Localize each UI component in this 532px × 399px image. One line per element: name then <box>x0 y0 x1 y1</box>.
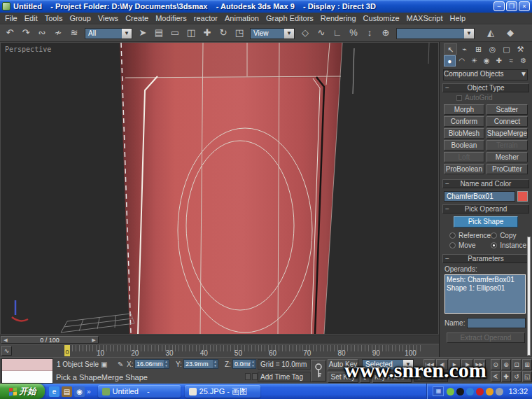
select-by-name-icon[interactable]: ▤ <box>151 26 167 41</box>
operands-listbox[interactable]: Mesh: ChamferBox01Shape 1: Ellipse01 <box>444 274 526 314</box>
field-of-view-icon[interactable]: ∢ <box>491 371 500 382</box>
maxscript-mini-listener[interactable] <box>1 358 53 384</box>
viewport-label[interactable]: Perspective <box>5 46 51 53</box>
start-button[interactable]: 开始 <box>0 384 45 399</box>
menu-item[interactable]: Create <box>122 14 152 22</box>
operand-item[interactable]: Shape 1: Ellipse01 <box>447 284 524 293</box>
selection-filter-dropdown[interactable]: All ▼ <box>85 28 132 39</box>
macro-recorder-pane[interactable] <box>2 359 52 371</box>
undo-icon[interactable]: ↶ <box>2 26 18 41</box>
add-time-tag[interactable]: Add Time Tag <box>258 372 311 382</box>
menu-item[interactable]: Tools <box>41 14 66 22</box>
panel-scrollbar[interactable] <box>527 237 531 356</box>
snap-angle-icon[interactable]: ∟ <box>330 26 345 41</box>
chevron-down-icon[interactable]: ▼ <box>122 29 132 38</box>
geometry-category-icon[interactable]: ● <box>444 55 456 66</box>
cameras-category-icon[interactable]: ◉ <box>481 55 493 66</box>
menu-item[interactable]: MAXScript <box>403 14 447 22</box>
bind-spacewarp-icon[interactable]: ≋ <box>66 26 82 41</box>
hierarchy-tab-icon[interactable]: ⊞ <box>472 43 485 55</box>
listener-pane[interactable] <box>2 371 52 383</box>
viewport-canvas[interactable] <box>1 43 438 334</box>
tray-qq-icon[interactable] <box>456 388 464 396</box>
rotate-icon[interactable]: ↻ <box>216 26 231 41</box>
link-icon[interactable]: ∾ <box>34 26 50 41</box>
object-type-button[interactable]: Mesher <box>486 152 528 162</box>
zoom-extents-all-icon[interactable]: ⊞ <box>522 359 532 370</box>
snap-spinner-icon[interactable]: ↕ <box>362 26 377 41</box>
move-icon[interactable]: ✚ <box>200 26 215 41</box>
parameters-rollout-header[interactable]: − Parameters <box>442 254 529 263</box>
clone-method-radio[interactable]: Copy <box>491 232 529 239</box>
reference-coordinate-dropdown[interactable]: View ▼ <box>250 28 295 39</box>
chevron-down-icon[interactable]: ▼ <box>520 70 527 80</box>
crossing-icon[interactable]: ◫ <box>183 26 199 41</box>
clone-method-radio[interactable]: Instance <box>491 241 529 249</box>
clone-method-radio[interactable]: Reference <box>449 232 491 239</box>
absolute-mode-icon[interactable]: ✎ <box>118 360 123 368</box>
spinner-icon[interactable]: ▲▼ <box>251 360 255 368</box>
menu-item[interactable]: Graph Editors <box>262 14 317 22</box>
menu-item[interactable]: Customize <box>360 14 403 22</box>
modify-tab-icon[interactable]: ⌁ <box>458 43 471 55</box>
rect-region-icon[interactable]: ▭ <box>167 26 183 41</box>
menu-item[interactable]: Help <box>447 14 470 22</box>
clone-method-radio[interactable]: Move <box>449 241 491 249</box>
motion-tab-icon[interactable]: ◎ <box>486 43 499 55</box>
close-button[interactable]: × <box>519 1 530 11</box>
next-frame-arrow-icon[interactable]: ▶ <box>90 337 98 343</box>
object-type-button[interactable]: Morph <box>444 104 484 115</box>
current-frame-marker[interactable]: 0 <box>64 345 70 356</box>
operand-item[interactable]: Mesh: ChamferBox01 <box>447 276 524 284</box>
snap-3d-icon[interactable]: ∿ <box>314 26 329 41</box>
perspective-viewport[interactable]: Perspective <box>0 42 439 335</box>
ie-quicklaunch-icon[interactable]: e <box>49 386 59 397</box>
menu-item[interactable]: Views <box>94 14 122 22</box>
track-bar[interactable]: ∿ 102030405060708090100 0 <box>0 344 439 357</box>
object-type-button[interactable]: Connect <box>486 116 528 127</box>
time-slider-handle[interactable]: ◀ 0 / 100 ▶ <box>1 336 99 344</box>
manipulate-icon[interactable]: ⊕ <box>378 26 393 41</box>
spacewarps-category-icon[interactable]: ≈ <box>505 55 517 66</box>
minimize-button[interactable]: – <box>493 1 505 11</box>
taskbar-task-paint[interactable]: 25.JPG - 画图 <box>185 385 260 398</box>
y-coordinate-field[interactable]: 23.9mm▲▼ <box>183 359 218 369</box>
x-coordinate-field[interactable]: 16.06mm▲▼ <box>134 359 169 369</box>
lights-category-icon[interactable]: ☀ <box>468 55 480 66</box>
use-center-icon[interactable]: ◇ <box>298 26 313 41</box>
maximize-viewport-icon[interactable]: ◱ <box>522 371 532 382</box>
scale-icon[interactable]: ◳ <box>232 26 247 41</box>
unlink-icon[interactable]: ≁ <box>50 26 66 41</box>
quick-render-icon[interactable]: ◆ <box>503 26 518 41</box>
shapes-category-icon[interactable]: ◠ <box>456 55 468 66</box>
arc-rotate-icon[interactable]: ↺ <box>512 371 522 382</box>
display-tab-icon[interactable]: ▢ <box>500 43 513 55</box>
restore-button[interactable]: ❐ <box>506 1 517 11</box>
snap-percent-icon[interactable]: % <box>346 26 361 41</box>
zoom-all-icon[interactable]: ⊕ <box>501 359 511 370</box>
selection-lock-icon[interactable]: ▣ <box>101 360 107 368</box>
object-type-button[interactable]: Boolean <box>444 140 484 150</box>
object-type-button[interactable]: ProBoolean <box>444 164 484 174</box>
operand-name-field[interactable] <box>467 318 526 328</box>
object-name-field[interactable]: ChamferBox01 <box>444 191 515 202</box>
spinner-icon[interactable]: ▲▼ <box>213 360 218 368</box>
mini-curve-editor-button[interactable]: ∿ <box>1 346 12 356</box>
object-type-button[interactable]: Terrain <box>486 140 528 150</box>
object-category-dropdown[interactable]: Compound Objects ▼ <box>443 69 528 80</box>
taskbar-task-3dsmax[interactable]: Untitled - <box>98 385 181 398</box>
select-icon[interactable]: ➤ <box>135 26 150 41</box>
tray-lock-icon[interactable] <box>486 388 493 396</box>
pick-shape-button[interactable]: Pick Shape <box>454 216 518 227</box>
set-keys-button[interactable] <box>311 360 326 382</box>
object-type-button[interactable]: Scatter <box>486 104 528 115</box>
tray-k-icon[interactable] <box>476 388 484 396</box>
chevron-down-icon[interactable]: ▼ <box>284 29 294 38</box>
menu-item[interactable]: Animation <box>221 14 262 22</box>
menu-item[interactable]: File <box>1 14 21 22</box>
create-tab-icon[interactable]: ↖ <box>444 43 457 55</box>
helpers-category-icon[interactable]: ✚ <box>493 55 505 66</box>
pick-operand-rollout-header[interactable]: − Pick Operand <box>442 204 529 214</box>
menu-item[interactable]: Edit <box>21 14 41 22</box>
object-type-button[interactable]: ShapeMerge <box>486 128 528 139</box>
